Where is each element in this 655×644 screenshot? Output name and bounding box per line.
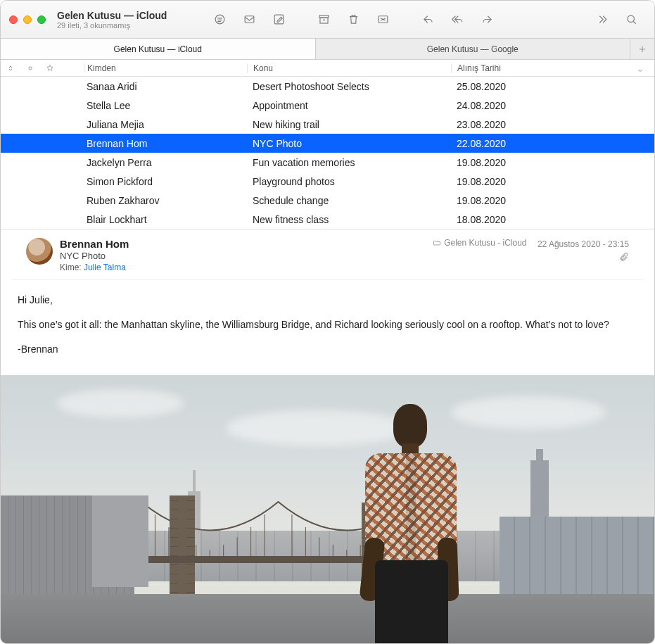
paperclip-icon — [619, 252, 629, 262]
titlebar: Gelen Kutusu — iCloud 29 ileti, 3 okunma… — [1, 1, 654, 39]
message-row[interactable]: Jackelyn PerraFun vacation memories19.08… — [1, 153, 654, 172]
tab-label: Gelen Kutusu — iCloud — [114, 44, 202, 54]
svg-rect-1 — [245, 16, 254, 23]
row-date: 18.08.2020 — [451, 214, 654, 225]
reply-all-icon — [451, 13, 464, 26]
reader-subject: NYC Photo — [60, 251, 129, 261]
flag-indicator-header[interactable] — [40, 64, 60, 72]
dot-icon — [27, 65, 34, 72]
row-date: 22.08.2020 — [451, 138, 654, 149]
search-icon — [625, 13, 638, 26]
compose-icon — [272, 13, 286, 26]
column-header-subject[interactable]: Konu — [247, 63, 451, 73]
body-signoff: -Brennan — [18, 342, 637, 357]
plus-icon — [637, 44, 647, 54]
mark-read-button[interactable] — [237, 10, 261, 30]
sort-indicator-button[interactable] — [1, 64, 20, 72]
row-subject: New hiking trail — [247, 119, 451, 130]
message-row[interactable]: Sanaa AridiDesert Photoshoot Selects25.0… — [1, 77, 654, 96]
row-from: Ruben Zakharov — [84, 195, 247, 206]
mail-window: Gelen Kutusu — iCloud 29 ileti, 3 okunma… — [0, 0, 655, 644]
envelope-icon — [243, 13, 256, 26]
chevrons-right-icon — [595, 13, 609, 26]
reply-button[interactable] — [416, 10, 440, 30]
row-from: Brennan Hom — [84, 138, 247, 149]
column-label: Alınış Tarihi — [457, 63, 501, 73]
window-subtitle: 29 ileti, 3 okunmamış — [57, 21, 198, 30]
row-date: 19.08.2020 — [451, 176, 654, 187]
row-from: Sanaa Aridi — [84, 81, 247, 92]
row-date: 23.08.2020 — [451, 119, 654, 130]
tab-icloud[interactable]: Gelen Kutusu — iCloud — [1, 39, 316, 59]
filter-button[interactable] — [208, 10, 231, 30]
message-row[interactable]: Brennan HomNYC Photo22.08.2020 — [1, 134, 654, 153]
chevron-down-icon — [636, 66, 644, 77]
row-date: 24.08.2020 — [451, 100, 654, 111]
row-subject: Fun vacation memories — [247, 157, 451, 168]
zoom-window-button[interactable] — [37, 15, 46, 24]
column-label: Konu — [253, 63, 273, 73]
column-label: Kimden — [87, 63, 116, 73]
message-row[interactable]: Ruben ZakharovSchedule change19.08.2020 — [1, 191, 654, 210]
message-reader: Brennan Hom NYC Photo Kime: Julie Talma … — [1, 229, 654, 643]
row-from: Jackelyn Perra — [84, 157, 247, 168]
body-main: This one’s got it all: the Manhattan sky… — [18, 317, 637, 332]
row-subject: New fitness class — [247, 214, 451, 225]
svg-point-6 — [627, 15, 634, 22]
svg-point-0 — [215, 15, 224, 24]
reader-to-line: Kime: Julie Talma — [60, 263, 129, 272]
row-subject: Playground photos — [247, 176, 451, 187]
forward-button[interactable] — [475, 10, 499, 30]
message-row[interactable]: Simon PickfordPlayground photos19.08.202… — [1, 172, 654, 191]
body-greeting: Hi Julie, — [18, 293, 637, 308]
message-row[interactable]: Stella LeeAppointment24.08.2020 — [1, 96, 654, 115]
archive-button[interactable] — [312, 10, 336, 30]
reply-all-button[interactable] — [445, 10, 469, 30]
row-date: 19.08.2020 — [451, 157, 654, 168]
row-date: 19.08.2020 — [451, 195, 654, 206]
reply-icon — [421, 13, 435, 26]
mailbox-location-label: Gelen Kutusu - iCloud — [444, 238, 526, 248]
compose-button[interactable] — [267, 10, 291, 30]
search-button[interactable] — [619, 10, 643, 30]
row-subject: Schedule change — [247, 195, 451, 206]
message-row[interactable]: Juliana MejiaNew hiking trail23.08.2020 — [1, 115, 654, 134]
delete-button[interactable] — [341, 10, 365, 30]
to-label: Kime: — [60, 263, 82, 272]
row-subject: Appointment — [247, 100, 451, 111]
mailbox-location[interactable]: Gelen Kutusu - iCloud — [433, 238, 526, 248]
to-recipient[interactable]: Julie Talma — [84, 263, 126, 272]
row-from: Juliana Mejia — [84, 119, 247, 130]
row-from: Blair Lockhart — [84, 214, 247, 225]
tab-google[interactable]: Gelen Kutusu — Google — [316, 39, 631, 59]
row-subject: Desert Photoshoot Selects — [247, 81, 451, 92]
reader-from: Brennan Hom — [60, 238, 129, 250]
sort-arrows-icon — [6, 64, 15, 72]
unread-indicator-header[interactable] — [20, 65, 40, 72]
row-from: Simon Pickford — [84, 176, 247, 187]
column-header-date[interactable]: Alınış Tarihi — [451, 63, 654, 73]
row-from: Stella Lee — [84, 100, 247, 111]
more-toolbar-button[interactable] — [590, 10, 613, 30]
svg-point-7 — [29, 66, 32, 69]
junk-button[interactable] — [371, 10, 395, 30]
message-row[interactable]: Blair LockhartNew fitness class18.08.202… — [1, 210, 654, 229]
message-list: Sanaa AridiDesert Photoshoot Selects25.0… — [1, 77, 654, 229]
minimize-window-button[interactable] — [23, 15, 32, 24]
junk-icon — [376, 13, 390, 26]
new-tab-button[interactable] — [630, 39, 654, 59]
avatar — [26, 238, 53, 265]
svg-rect-4 — [319, 18, 327, 23]
row-date: 25.08.2020 — [451, 81, 654, 92]
folder-icon — [433, 239, 441, 247]
close-window-button[interactable] — [9, 15, 18, 24]
column-header-from[interactable]: Kimden — [84, 63, 247, 73]
attachment-indicator[interactable] — [433, 252, 629, 264]
trash-icon — [347, 13, 360, 26]
star-icon — [46, 64, 54, 72]
mailbox-tabs: Gelen Kutusu — iCloud Gelen Kutusu — Goo… — [1, 39, 654, 60]
window-controls — [9, 15, 46, 24]
attachment-image[interactable] — [1, 375, 654, 643]
row-subject: NYC Photo — [247, 138, 451, 149]
window-title: Gelen Kutusu — iCloud — [57, 10, 198, 21]
